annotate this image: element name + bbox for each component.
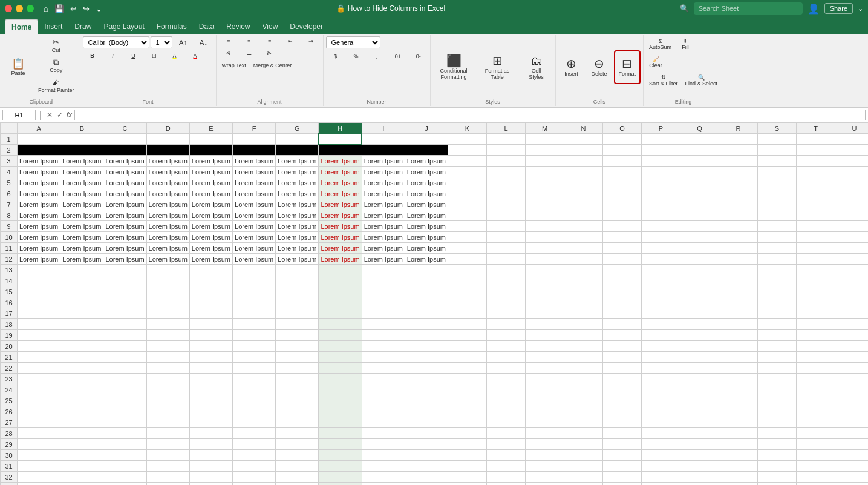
cell[interactable] bbox=[362, 286, 405, 297]
cell[interactable] bbox=[405, 406, 448, 417]
cell[interactable] bbox=[603, 406, 642, 417]
cell[interactable] bbox=[719, 199, 758, 210]
cell[interactable] bbox=[797, 461, 835, 472]
cell[interactable] bbox=[797, 439, 835, 450]
cell[interactable] bbox=[276, 341, 319, 352]
cell[interactable] bbox=[146, 341, 189, 352]
cell[interactable]: Lorem Ipsum bbox=[60, 254, 103, 265]
cell[interactable] bbox=[405, 472, 448, 483]
close-btn[interactable] bbox=[5, 5, 12, 12]
cell[interactable] bbox=[758, 210, 797, 221]
cell[interactable]: Lorem Ipsum bbox=[405, 243, 448, 254]
cell[interactable] bbox=[405, 286, 448, 297]
cell[interactable] bbox=[362, 406, 405, 417]
cell[interactable] bbox=[835, 297, 868, 308]
col-header-R[interactable]: R bbox=[719, 123, 758, 134]
cell[interactable] bbox=[758, 417, 797, 428]
row-header-6[interactable]: 6 bbox=[1, 188, 18, 199]
cell[interactable] bbox=[719, 188, 758, 199]
cell[interactable] bbox=[564, 428, 603, 439]
cell[interactable] bbox=[233, 319, 276, 330]
cell[interactable] bbox=[719, 472, 758, 483]
cell[interactable] bbox=[362, 341, 405, 352]
cell[interactable] bbox=[60, 341, 103, 352]
cell[interactable] bbox=[526, 275, 564, 286]
cell[interactable] bbox=[797, 417, 835, 428]
cell[interactable] bbox=[642, 450, 680, 461]
cell[interactable] bbox=[526, 265, 564, 275]
cell[interactable] bbox=[448, 450, 487, 461]
cell[interactable] bbox=[680, 341, 719, 352]
cell[interactable] bbox=[233, 134, 276, 145]
cell[interactable] bbox=[487, 134, 526, 145]
cell[interactable] bbox=[405, 483, 448, 486]
cell[interactable] bbox=[797, 319, 835, 330]
cell[interactable] bbox=[603, 210, 642, 221]
cell[interactable] bbox=[448, 156, 487, 167]
cell[interactable]: Lorem Ipsum bbox=[146, 167, 189, 177]
cell[interactable] bbox=[603, 395, 642, 406]
row-header-3[interactable]: 3 bbox=[1, 156, 18, 167]
save-icon[interactable]: 💾 bbox=[54, 4, 64, 13]
cell[interactable] bbox=[835, 384, 868, 395]
cell[interactable]: Lorem Ipsum bbox=[319, 167, 362, 177]
cell[interactable] bbox=[233, 341, 276, 352]
formula-cancel-btn[interactable]: ✕ bbox=[45, 111, 54, 119]
cell[interactable] bbox=[103, 363, 146, 374]
cell[interactable] bbox=[719, 450, 758, 461]
cell[interactable]: Lorem Ipsum bbox=[405, 199, 448, 210]
cell[interactable] bbox=[719, 210, 758, 221]
cell[interactable]: Lorem Ipsum bbox=[103, 221, 146, 232]
cell[interactable] bbox=[487, 145, 526, 156]
cell[interactable] bbox=[719, 341, 758, 352]
col-header-O[interactable]: O bbox=[603, 123, 642, 134]
cell[interactable] bbox=[564, 450, 603, 461]
cell[interactable] bbox=[797, 330, 835, 341]
tab-developer[interactable]: Developer bbox=[284, 19, 329, 34]
cell[interactable] bbox=[719, 286, 758, 297]
cell[interactable] bbox=[642, 254, 680, 265]
decimal-increase-btn[interactable]: .0+ bbox=[388, 51, 407, 61]
cell[interactable] bbox=[319, 275, 362, 286]
cell[interactable] bbox=[405, 297, 448, 308]
cell[interactable] bbox=[233, 265, 276, 275]
cell[interactable]: Lorem Ipsum bbox=[60, 221, 103, 232]
cell[interactable] bbox=[103, 461, 146, 472]
cell[interactable] bbox=[319, 330, 362, 341]
cell[interactable] bbox=[233, 308, 276, 319]
row-header-4[interactable]: 4 bbox=[1, 167, 18, 177]
cell[interactable] bbox=[487, 254, 526, 265]
cell[interactable] bbox=[680, 374, 719, 384]
cell[interactable]: Lorem Ipsum bbox=[18, 243, 60, 254]
cell[interactable] bbox=[603, 450, 642, 461]
cell[interactable]: Lorem Ipsum bbox=[103, 232, 146, 243]
cell[interactable] bbox=[564, 406, 603, 417]
cell[interactable]: Lorem Ipsum bbox=[233, 243, 276, 254]
cell[interactable] bbox=[642, 439, 680, 450]
cell[interactable] bbox=[18, 384, 60, 395]
cell[interactable] bbox=[526, 319, 564, 330]
wrap-text-btn[interactable]: Wrap Text bbox=[219, 61, 249, 70]
cell[interactable] bbox=[835, 352, 868, 363]
cell[interactable] bbox=[18, 406, 60, 417]
cell[interactable] bbox=[189, 450, 232, 461]
cell[interactable] bbox=[835, 319, 868, 330]
cell[interactable]: Lorem Ipsum bbox=[146, 254, 189, 265]
top-left-corner[interactable] bbox=[1, 123, 18, 134]
indent-increase-btn[interactable]: ⇥ bbox=[301, 36, 321, 46]
cell[interactable] bbox=[526, 232, 564, 243]
cell[interactable] bbox=[642, 286, 680, 297]
cell[interactable] bbox=[362, 417, 405, 428]
cell[interactable] bbox=[642, 167, 680, 177]
cell[interactable] bbox=[564, 210, 603, 221]
cell[interactable] bbox=[405, 417, 448, 428]
col-header-E[interactable]: E bbox=[189, 123, 232, 134]
cell[interactable] bbox=[18, 363, 60, 374]
cell[interactable] bbox=[758, 352, 797, 363]
cell[interactable] bbox=[60, 330, 103, 341]
maximize-btn[interactable] bbox=[27, 5, 34, 12]
cell[interactable] bbox=[603, 439, 642, 450]
cell[interactable]: Lorem Ipsum bbox=[319, 210, 362, 221]
cell[interactable] bbox=[189, 145, 232, 156]
cell[interactable] bbox=[319, 428, 362, 439]
